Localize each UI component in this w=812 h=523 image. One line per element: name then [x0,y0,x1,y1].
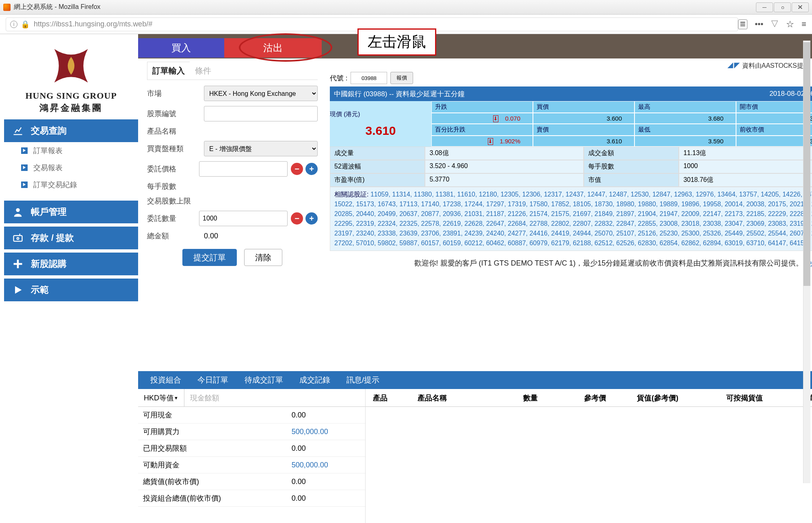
bottomtab-messages[interactable]: 訊息/提示 [346,375,379,385]
currency-selector[interactable]: HKD等值 ▼ [138,389,184,406]
lbl-lotsize: 每手股數 [147,182,204,191]
win-maximize-button[interactable]: ▢ [774,2,791,12]
company-name-zh: 鴻昇金融集團 [39,102,103,114]
warrants-list: 11059, 11314, 11380, 11381, 11610, 12180… [334,191,812,246]
account-row: 可動用資金500,000.00 [138,457,365,473]
scrollbar-thumb[interactable] [803,42,810,286]
amount-value: 0.00 [204,232,318,240]
logo-icon [43,43,100,88]
holdings-header: 產品 產品名稱 數量 參考價 貨值(參考價) 可按揭貨值 貨幣 [366,389,812,407]
provider-line: ◢◤ 資料由AASTOCKS提供 免責聲明 [330,62,812,70]
bottomtab-portfolio[interactable]: 投資組合 [150,375,181,385]
sell-tab[interactable]: 沽出 [224,38,322,58]
code-label: 代號 : [330,73,347,83]
bottomtab-pending[interactable]: 待成交訂單 [245,375,283,385]
lbl-maxlot: 交易股數上限 [147,196,204,206]
nav-demo[interactable]: 示範 [4,279,138,301]
url-text: https://ibss1.hungsing.org/mts.web/# [34,20,152,28]
firefox-icon [3,4,11,11]
portfolio-panel: HKD等值 ▼ 現金餘額 可用現金0.00可用購買力500,000.00已用交易… [138,389,812,523]
tab-condition[interactable]: 條件 [190,62,217,80]
cash-balance-tab[interactable]: 現金餘額 [184,393,225,403]
lbl-amount: 總金額 [147,231,204,241]
qty-minus-button[interactable]: − [291,212,303,225]
portfolio-tabbar: 投資組合 今日訂單 待成交訂單 成交記錄 訊息/提示 ((•)) [138,371,812,389]
now-price: 現價 (港元) 3.610 [330,101,431,147]
stockcode-input[interactable] [204,106,318,121]
lbl-market: 市場 [147,89,204,98]
topbar: 買入 沽出 左击滑鼠 [138,34,812,58]
down-arrow-icon: ⬇ [493,115,498,122]
lock-icon: 🔒 [21,20,30,29]
price-input[interactable] [199,161,288,177]
menu-icon[interactable]: ≡ [801,19,806,29]
down-arrow-icon: ⬇ [488,138,493,145]
holdings-panel: 產品 產品名稱 數量 參考價 貨值(參考價) 可按揭貨值 貨幣 [366,389,812,523]
stockcode-quote-input[interactable] [351,72,387,84]
win-minimize-button[interactable]: ─ [756,2,773,12]
price-plus-button[interactable]: + [305,163,318,175]
bottomtab-today[interactable]: 今日訂單 [197,375,228,385]
nav-order-trade-log[interactable]: ▶訂單交易紀錄 [4,176,138,193]
plus-icon [12,258,24,270]
lbl-qty: 委託數量 [147,214,199,223]
lbl-stockcode: 股票編號 [147,109,204,119]
lbl-price: 委託價格 [147,164,199,174]
pocket-icon[interactable]: ▽ [771,19,779,30]
lbl-prodname: 產品名稱 [147,126,204,136]
qty-input[interactable] [199,211,288,226]
bottomtab-trades[interactable]: 成交記錄 [299,375,330,385]
more-icon[interactable]: ••• [755,19,763,29]
welcome-line: 歡迎你! 親愛的客戶 (IT1 GTS DEMO TEST A/C 1)，最少1… [330,258,812,268]
nav-trading-label: 交易查詢 [31,125,67,137]
nav-demo-label: 示範 [31,284,49,296]
account-row: 總貨值(前收市價)0.00 [138,473,365,490]
submit-button[interactable]: 提交訂單 [182,249,237,266]
qty-plus-button[interactable]: + [305,212,318,225]
nav-account[interactable]: 帳戶管理 [4,201,138,223]
main-area: 買入 沽出 左击滑鼠 訂單輸入 條件 市場 HKEX - Hong Kong E… [138,34,812,523]
account-row: 投資組合總值(前收市價)0.00 [138,490,365,507]
window-titlebar: 網上交易系統 - Mozilla Firefox ─ ▢ ✕ [0,0,812,15]
warrants-box: 相關認股証: 11059, 11314, 11380, 11381, 11610… [330,187,812,251]
window-title: 網上交易系統 - Mozilla Firefox [14,3,100,11]
info-icon: i [10,21,17,28]
nav-order-report[interactable]: ▶訂單報表 [4,142,138,159]
account-summary: HKD等值 ▼ 現金餘額 可用現金0.00可用購買力500,000.00已用交易… [138,389,366,523]
company-logo: HUNG SING GROUP 鴻昇金融集團 [4,38,138,119]
sidebar: HUNG SING GROUP 鴻昇金融集團 交易查詢 ▶訂單報表 ▶交易報表 … [0,34,138,523]
svg-point-2 [17,238,19,240]
company-name-en: HUNG SING GROUP [25,91,117,101]
ordertype-select[interactable]: E - 增強限價盤 [204,141,318,156]
annotation-label: 左击滑鼠 [357,28,436,56]
money-icon [12,232,24,244]
reader-icon[interactable]: ☰ [738,19,747,29]
clear-button[interactable]: 清除 [244,249,282,266]
market-select[interactable]: HKEX - Hong Kong Exchange [204,86,318,101]
chart-icon [12,125,24,136]
chevron-down-icon: ▼ [174,395,178,400]
scrollbar[interactable] [803,41,810,483]
quote-panel: ◢◤ 資料由AASTOCKS提供 免責聲明 代號 : 報價 中國銀行 (0398… [327,58,812,371]
nav-deposit[interactable]: 存款 / 提款 [4,227,138,249]
nav-trade-report[interactable]: ▶交易報表 [4,159,138,176]
order-panel: 訂單輸入 條件 市場 HKEX - Hong Kong Exchange 股票編… [138,58,327,371]
user-icon [12,206,24,218]
bookmark-icon[interactable]: ☆ [786,19,794,30]
price-minus-button[interactable]: − [291,163,303,175]
account-row: 可用現金0.00 [138,407,365,424]
tab-order-input[interactable]: 訂單輸入 [147,62,190,80]
quote-grid: 現價 (港元) 3.610 升跌 買價 最高 開市價 ⬇0.070 3.600 … [330,101,812,147]
svg-rect-1 [14,236,22,241]
nav-ipo[interactable]: 新股認購 [4,253,138,275]
nav-deposit-label: 存款 / 提款 [31,232,74,244]
buy-tab[interactable]: 買入 [138,38,224,58]
nav-ipo-label: 新股認購 [31,258,67,270]
win-close-button[interactable]: ✕ [792,2,809,12]
refresh-button[interactable]: 報價 [390,72,413,84]
nav-trading[interactable]: 交易查詢 [4,119,138,142]
account-row: 可用購買力500,000.00 [138,424,365,440]
nav-account-label: 帳戶管理 [31,206,67,218]
account-row: 已用交易限額0.00 [138,440,365,457]
svg-point-0 [16,208,19,212]
